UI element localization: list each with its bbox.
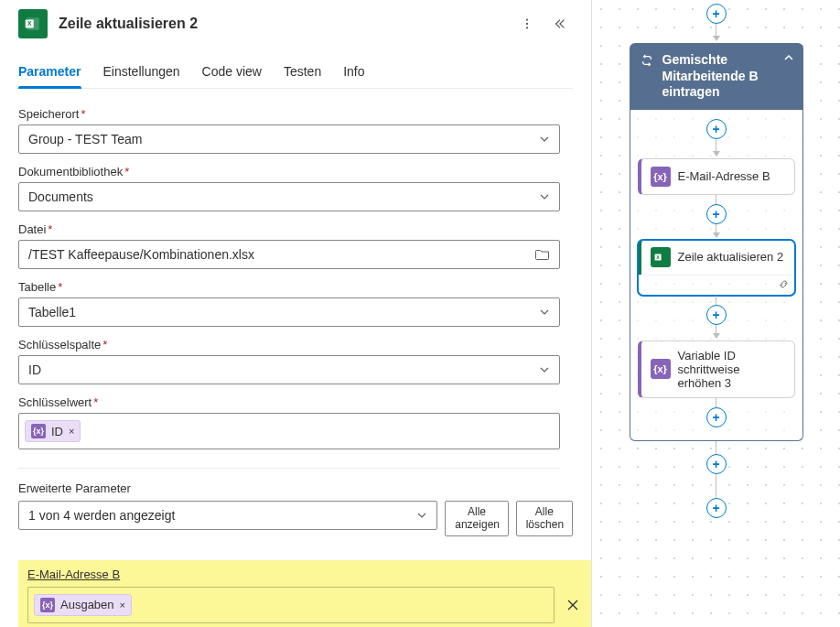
divider: [18, 468, 560, 469]
chevron-down-icon: [539, 191, 550, 202]
fx-icon: {x}: [651, 359, 671, 379]
advanced-dropdown[interactable]: 1 von 4 werden angezeigt: [18, 501, 437, 530]
library-dropdown[interactable]: Documents: [18, 182, 560, 211]
add-step-button[interactable]: +: [706, 119, 727, 139]
close-icon: [565, 598, 580, 612]
update-row-action-selected[interactable]: X Zeile aktualisieren 2: [638, 240, 795, 296]
fx-icon: {x}: [40, 598, 55, 612]
library-label: Dokumentbibliothek*: [18, 165, 573, 178]
arrow-icon: [713, 333, 720, 339]
keyval-label: Schlüsselwert*: [18, 395, 573, 409]
add-step-button[interactable]: +: [706, 498, 727, 518]
add-step-button[interactable]: +: [706, 454, 727, 474]
remove-token-button[interactable]: ×: [120, 600, 125, 611]
email-b-input[interactable]: {x} Ausgaben ×: [27, 587, 555, 623]
keycol-label: Schlüsselspalte*: [18, 338, 573, 351]
file-label: Datei*: [18, 222, 573, 236]
folder-icon[interactable]: [535, 247, 550, 262]
link-icon: [778, 278, 790, 290]
svg-text:X: X: [656, 254, 660, 259]
remove-field-button[interactable]: [562, 594, 584, 616]
tab-codeview[interactable]: Code view: [202, 57, 262, 88]
email-b-label: E-Mail-Adresse B: [27, 568, 584, 581]
loop-icon: [641, 54, 653, 67]
excel-icon: X: [18, 9, 48, 38]
keyval-input[interactable]: {x} ID ×: [18, 413, 560, 449]
svg-point-3: [526, 18, 528, 20]
link-indicator: [638, 275, 795, 296]
chevron-down-icon: [539, 307, 550, 318]
chevron-down-icon: [416, 510, 427, 521]
loop-header[interactable]: Gemischte Mitarbeitende B eintragen: [630, 43, 803, 110]
panel-header: X Zeile aktualisieren 2: [18, 9, 573, 38]
chevron-down-icon: [539, 134, 550, 145]
panel-title: Zeile aktualisieren 2: [59, 16, 503, 32]
tab-parameter[interactable]: Parameter: [18, 57, 81, 88]
arrow-icon: [713, 36, 720, 41]
advanced-label: Erweiterte Parameter: [18, 481, 573, 495]
svg-point-5: [526, 27, 528, 28]
clear-all-button[interactable]: Allelöschen: [516, 501, 573, 536]
fx-icon: {x}: [31, 424, 46, 438]
fx-icon: {x}: [651, 167, 671, 187]
flow-canvas[interactable]: + Gemischte Mitarbeitende B eintragen + …: [591, 0, 840, 627]
email-b-field: E-Mail-Adresse B {x} Ausgaben ×: [18, 560, 591, 627]
svg-point-4: [526, 23, 528, 25]
show-all-button[interactable]: Alleanzeigen: [445, 501, 508, 536]
add-step-button[interactable]: +: [706, 4, 727, 24]
loop-body: + {x} E-Mail-Adresse B + X Zeile aktuali…: [630, 110, 803, 441]
excel-icon: X: [651, 247, 671, 267]
remove-token-button[interactable]: ×: [69, 426, 74, 437]
chevron-down-icon: [539, 364, 550, 375]
ausgaben-token[interactable]: {x} Ausgaben ×: [34, 594, 132, 616]
add-step-button[interactable]: +: [706, 204, 727, 224]
keycol-dropdown[interactable]: ID: [18, 355, 560, 384]
tabs: Parameter Einstellungen Code view Testen…: [18, 57, 573, 89]
increment-var-action[interactable]: {x} Variable ID schrittweise erhöhen 3: [638, 341, 795, 398]
tab-settings[interactable]: Einstellungen: [103, 57, 180, 88]
chevron-double-left-icon: [554, 17, 566, 30]
table-label: Tabelle*: [18, 280, 573, 294]
settings-panel: X Zeile aktualisieren 2 Parameter Einste…: [0, 0, 591, 627]
add-step-button[interactable]: +: [706, 407, 727, 427]
tab-test[interactable]: Testen: [284, 57, 321, 88]
svg-text:X: X: [27, 20, 32, 27]
keyval-token[interactable]: {x} ID ×: [25, 420, 81, 442]
arrow-icon: [713, 232, 720, 238]
chevron-up-icon[interactable]: [783, 52, 794, 63]
file-input[interactable]: /TEST Kaffeepause/Kombinationen.xlsx: [18, 240, 560, 269]
more-button[interactable]: [514, 11, 540, 37]
more-vertical-icon: [521, 17, 533, 30]
collapse-button[interactable]: [547, 11, 573, 37]
table-dropdown[interactable]: Tabelle1: [18, 297, 560, 327]
add-step-button[interactable]: +: [706, 305, 727, 325]
location-dropdown[interactable]: Group - TEST Team: [18, 124, 560, 154]
email-b-action[interactable]: {x} E-Mail-Adresse B: [638, 158, 795, 195]
tab-info[interactable]: Info: [343, 57, 364, 88]
location-label: Speicherort*: [18, 107, 573, 121]
arrow-icon: [713, 151, 720, 157]
